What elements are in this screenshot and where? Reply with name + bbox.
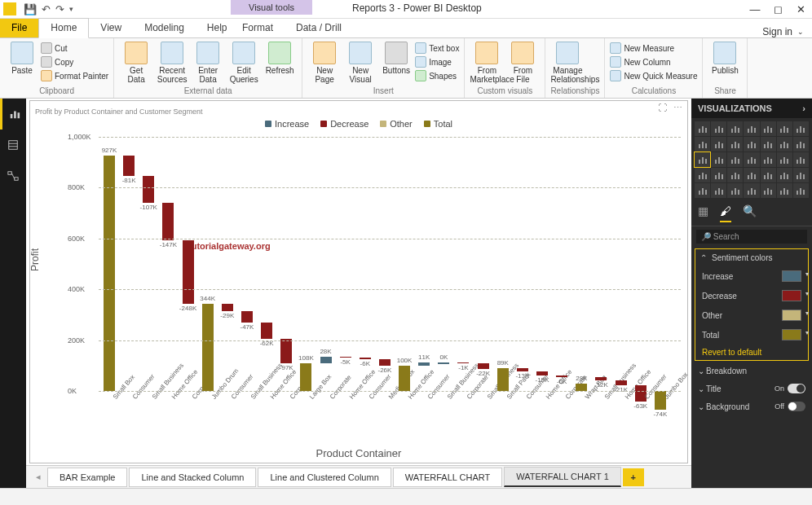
waterfall-bar[interactable]	[418, 362, 430, 365]
search-input[interactable]: 🔎 Search	[696, 230, 807, 244]
enter-data-button[interactable]: Enter Data	[191, 40, 225, 84]
waterfall-bar[interactable]	[123, 156, 135, 176]
visualization-type-button[interactable]	[761, 137, 776, 152]
visualization-type-button[interactable]	[744, 152, 759, 167]
close-button[interactable]: ✕	[789, 0, 812, 19]
visualization-type-button[interactable]	[711, 152, 726, 167]
property-section-header[interactable]: TitleOn	[691, 380, 812, 397]
waterfall-bar[interactable]	[300, 363, 311, 391]
sentiment-colors-header[interactable]: Sentiment colors	[695, 249, 808, 266]
from-file-button[interactable]: From File	[505, 40, 540, 84]
model-view-button[interactable]	[0, 160, 26, 191]
buttons-button[interactable]: Buttons	[379, 40, 413, 75]
color-picker[interactable]	[782, 270, 801, 282]
copy-button[interactable]: Copy	[41, 55, 108, 68]
home-tab[interactable]: Home	[38, 18, 89, 38]
new-page-button[interactable]: New Page	[307, 40, 342, 84]
page-tab[interactable]: BAR Example	[47, 468, 127, 487]
waterfall-bar[interactable]	[478, 363, 489, 369]
report-view-button[interactable]	[0, 99, 26, 130]
new-measure-button[interactable]: New Measure	[610, 42, 697, 55]
more-options-icon[interactable]: ⋯	[673, 103, 682, 113]
visualization-type-button[interactable]	[711, 168, 726, 182]
visualization-type-button[interactable]	[793, 168, 809, 182]
page-tab[interactable]: WATERFALL CHART	[393, 468, 503, 487]
waterfall-bar[interactable]	[536, 371, 548, 375]
visualization-type-button[interactable]	[727, 168, 743, 182]
prev-page-button[interactable]: ◂	[31, 472, 46, 482]
get-data-button[interactable]: Get Data	[119, 40, 153, 84]
waterfall-bar[interactable]	[202, 304, 214, 391]
manage-relationships-button[interactable]: Manage Relationships	[550, 40, 585, 84]
cut-button[interactable]: Cut	[41, 42, 108, 55]
page-tab[interactable]: Line and Clustered Column	[258, 468, 391, 487]
qat-dropdown-icon[interactable]: ▾	[69, 5, 73, 13]
color-picker[interactable]	[782, 329, 801, 340]
visualization-type-button[interactable]	[744, 168, 759, 182]
edit-queries-button[interactable]: Edit Queries	[227, 40, 261, 84]
recent-sources-button[interactable]: Recent Sources	[155, 40, 189, 84]
visualization-type-button[interactable]	[695, 183, 710, 198]
from-marketplace-button[interactable]: From Marketplace	[470, 40, 504, 84]
data-view-button[interactable]	[0, 130, 26, 160]
focus-mode-icon[interactable]: ⛶	[658, 103, 667, 113]
modeling-tab[interactable]: Modeling	[133, 19, 196, 37]
data-drill-subtab[interactable]: Data / Drill	[285, 19, 353, 37]
waterfall-bar[interactable]	[379, 359, 391, 366]
toggle-switch[interactable]	[788, 402, 805, 411]
visualization-type-button[interactable]	[695, 121, 710, 136]
waterfall-bar[interactable]	[360, 358, 371, 359]
revert-to-default-link[interactable]: Revert to default	[695, 345, 808, 360]
waterfall-bar[interactable]	[399, 366, 410, 391]
visualization-type-button[interactable]	[793, 183, 809, 198]
waterfall-bar[interactable]	[616, 380, 627, 386]
visualization-type-button[interactable]	[711, 137, 726, 152]
visualization-type-button[interactable]	[777, 137, 792, 152]
visualization-type-button[interactable]	[727, 152, 743, 167]
waterfall-bar[interactable]	[556, 375, 567, 377]
waterfall-bar[interactable]	[280, 339, 292, 363]
shapes-button[interactable]: Shapes	[415, 69, 459, 82]
view-tab[interactable]: View	[89, 19, 133, 37]
visualization-type-button[interactable]	[761, 152, 776, 167]
visualization-type-button[interactable]	[777, 183, 792, 198]
visualization-type-button[interactable]	[777, 121, 792, 136]
visualization-type-button[interactable]	[711, 183, 726, 198]
format-tab-icon[interactable]: 🖌	[720, 204, 731, 222]
visualization-type-button[interactable]	[761, 121, 776, 136]
save-icon[interactable]: 💾	[24, 3, 37, 15]
visualization-type-button[interactable]	[744, 183, 759, 198]
page-tab[interactable]: Line and Stacked Column	[129, 468, 256, 487]
visualization-type-button[interactable]	[727, 121, 743, 136]
visualization-type-button[interactable]	[793, 152, 809, 167]
maximize-button[interactable]: ◻	[766, 0, 789, 19]
waterfall-bar[interactable]	[517, 368, 528, 371]
waterfall-bar[interactable]	[261, 323, 272, 338]
publish-button[interactable]: Publish	[708, 40, 742, 75]
visualization-type-button[interactable]	[695, 168, 710, 182]
visualization-type-button[interactable]	[695, 137, 710, 152]
collapse-pane-icon[interactable]: ›	[802, 103, 805, 113]
waterfall-bar[interactable]	[104, 156, 115, 391]
color-picker[interactable]	[782, 310, 801, 321]
waterfall-bar[interactable]	[222, 304, 233, 311]
redo-icon[interactable]: ↷	[55, 3, 64, 15]
waterfall-bar[interactable]	[438, 362, 449, 364]
format-subtab[interactable]: Format	[231, 19, 285, 37]
property-section-header[interactable]: BackgroundOff	[691, 397, 812, 415]
file-tab[interactable]: File	[0, 19, 38, 37]
waterfall-bar[interactable]	[183, 240, 194, 303]
waterfall-bar[interactable]	[143, 176, 154, 203]
page-tab[interactable]: WATERFALL CHART 1	[504, 467, 621, 487]
toggle-switch[interactable]	[788, 384, 805, 393]
visualization-type-button[interactable]	[761, 168, 776, 182]
visualization-type-button[interactable]	[695, 152, 710, 167]
visualization-type-button[interactable]	[711, 121, 726, 136]
waterfall-bar[interactable]	[241, 311, 253, 323]
refresh-button[interactable]: Refresh	[263, 40, 297, 75]
new-column-button[interactable]: New Column	[610, 55, 697, 68]
waterfall-bar[interactable]	[497, 368, 509, 391]
new-quick-measure-button[interactable]: New Quick Measure	[610, 69, 697, 82]
new-visual-button[interactable]: New Visual	[343, 40, 377, 84]
visualization-type-button[interactable]	[727, 137, 743, 152]
